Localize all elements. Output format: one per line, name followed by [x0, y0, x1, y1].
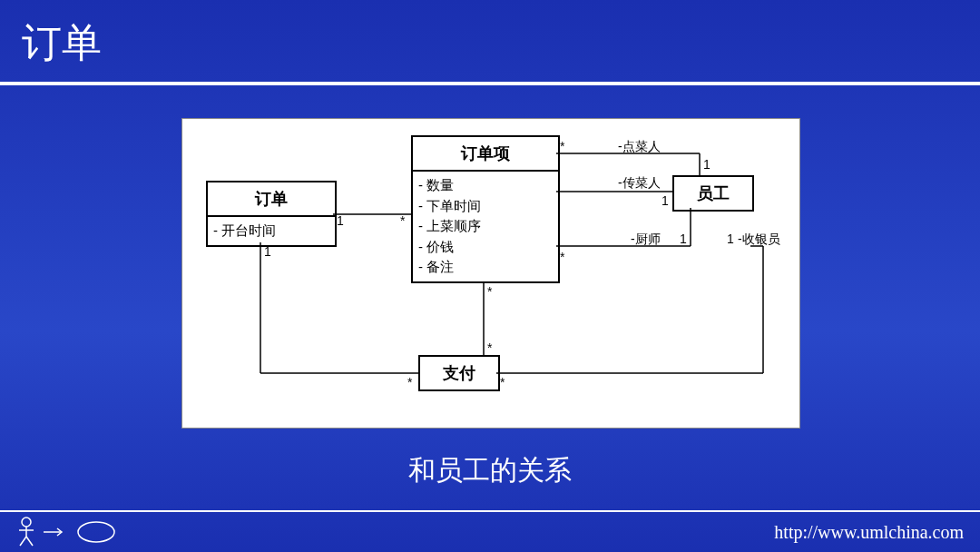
svg-point-18: [78, 522, 114, 542]
class-order-attrs: 开台时间: [208, 217, 335, 245]
mult: 1: [703, 157, 710, 172]
class-item: 订单项 数量 下单时间 上菜顺序 价钱 备注: [411, 135, 560, 283]
class-item-attrs: 数量 下单时间 上菜顺序 价钱 备注: [413, 172, 558, 281]
class-order: 订单 开台时间: [206, 181, 337, 247]
actor-usecase-icon: [16, 517, 116, 547]
mult: *: [500, 375, 505, 389]
attr: 下单时间: [418, 196, 553, 217]
mult: *: [560, 250, 564, 264]
attr: 上菜顺序: [418, 216, 553, 237]
mult: 1: [680, 232, 687, 246]
footer-link[interactable]: http://www.umlchina.com: [774, 522, 964, 543]
slide: 订单 订单 开台时间 订单项 数量 下单时间 上菜顺序 价钱 备注 员工: [0, 0, 980, 552]
mult: *: [560, 139, 564, 153]
role: -传菜人: [618, 175, 661, 192]
mult: 1: [727, 232, 734, 246]
attr: 数量: [418, 175, 553, 196]
slide-title: 订单: [22, 16, 102, 70]
mult: *: [487, 340, 492, 355]
role: -收银员: [738, 232, 780, 248]
attr: 开台时间: [213, 221, 329, 242]
slide-caption: 和员工的关系: [0, 452, 980, 489]
class-employee: 员工: [672, 175, 754, 212]
role: -厨师: [631, 232, 661, 248]
svg-line-16: [26, 537, 33, 546]
mult: *: [400, 213, 405, 228]
svg-line-15: [20, 537, 26, 546]
class-payment-name: 支付: [420, 357, 498, 389]
role: -点菜人: [618, 139, 661, 155]
class-order-name: 订单: [208, 182, 335, 217]
mult: *: [407, 375, 412, 389]
class-employee-name: 员工: [674, 177, 752, 210]
attr: 价钱: [418, 237, 553, 258]
mult: 1: [662, 193, 669, 208]
mult: 1: [264, 244, 271, 259]
class-item-name: 订单项: [413, 137, 558, 172]
uml-diagram: 订单 开台时间 订单项 数量 下单时间 上菜顺序 价钱 备注 员工 支付: [181, 118, 800, 429]
class-payment: 支付: [418, 355, 500, 391]
footer: http://www.umlchina.com: [0, 510, 980, 552]
svg-point-12: [22, 518, 31, 527]
mult: 1: [337, 213, 344, 228]
attr: 备注: [418, 257, 553, 278]
mult: *: [487, 284, 492, 299]
title-divider: [0, 82, 980, 85]
